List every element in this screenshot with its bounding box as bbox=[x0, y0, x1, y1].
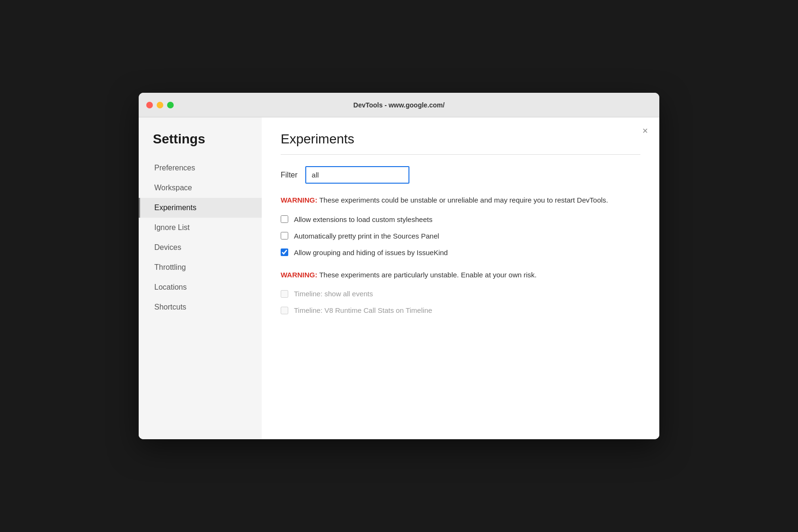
sidebar-item-locations[interactable]: Locations bbox=[139, 277, 262, 297]
sidebar-item-preferences[interactable]: Preferences bbox=[139, 158, 262, 178]
sidebar-item-throttling[interactable]: Throttling bbox=[139, 257, 262, 277]
checkbox-timeline-events: Timeline: show all events bbox=[281, 290, 640, 298]
checkbox-timeline-events-input[interactable] bbox=[281, 290, 288, 298]
panel-close-button[interactable]: × bbox=[642, 126, 648, 135]
sidebar-nav: Preferences Workspace Experiments Ignore… bbox=[139, 158, 262, 317]
sidebar-item-experiments[interactable]: Experiments bbox=[139, 198, 262, 218]
warning-message-1: These experiments could be unstable or u… bbox=[318, 196, 608, 204]
sidebar: Settings Preferences Workspace Experimen… bbox=[139, 117, 262, 439]
checkbox-allow-extensions-input[interactable] bbox=[281, 215, 288, 223]
checkbox-auto-pretty-print: Automatically pretty print in the Source… bbox=[281, 232, 640, 240]
warning-text-2: WARNING: These experiments are particula… bbox=[281, 270, 640, 281]
warning-block-2: WARNING: These experiments are particula… bbox=[281, 270, 640, 281]
checkbox-timeline-v8: Timeline: V8 Runtime Call Stats on Timel… bbox=[281, 306, 640, 314]
filter-input[interactable] bbox=[305, 166, 409, 184]
close-button[interactable] bbox=[146, 102, 153, 108]
checkbox-allow-extensions: Allow extensions to load custom styleshe… bbox=[281, 215, 640, 223]
filter-label: Filter bbox=[281, 171, 298, 179]
warning-label-2: WARNING: bbox=[281, 271, 318, 279]
sidebar-item-ignore-list[interactable]: Ignore List bbox=[139, 218, 262, 238]
warning-message-2: These experiments are particularly unsta… bbox=[318, 271, 537, 279]
devtools-window: DevTools - www.google.com/ Settings Pref… bbox=[139, 93, 659, 439]
sidebar-item-devices[interactable]: Devices bbox=[139, 238, 262, 257]
sidebar-item-workspace[interactable]: Workspace bbox=[139, 178, 262, 198]
warning-text-1: WARNING: These experiments could be unst… bbox=[281, 195, 640, 206]
main-panel: × Experiments Filter WARNING: These expe… bbox=[262, 117, 659, 439]
warning-block-1: WARNING: These experiments could be unst… bbox=[281, 195, 640, 206]
checkbox-auto-pretty-print-label[interactable]: Automatically pretty print in the Source… bbox=[294, 232, 439, 240]
page-title: Experiments bbox=[281, 132, 640, 147]
checkbox-timeline-v8-input[interactable] bbox=[281, 307, 288, 314]
titlebar: DevTools - www.google.com/ bbox=[139, 93, 659, 117]
checkbox-timeline-v8-label[interactable]: Timeline: V8 Runtime Call Stats on Timel… bbox=[294, 306, 432, 314]
checkbox-auto-pretty-print-input[interactable] bbox=[281, 232, 288, 239]
warning-label-1: WARNING: bbox=[281, 196, 318, 204]
window-title: DevTools - www.google.com/ bbox=[354, 101, 445, 109]
checkbox-allow-grouping-label[interactable]: Allow grouping and hiding of issues by I… bbox=[294, 248, 448, 257]
window-content: Settings Preferences Workspace Experimen… bbox=[139, 117, 659, 439]
checkbox-allow-grouping: Allow grouping and hiding of issues by I… bbox=[281, 248, 640, 257]
window-controls bbox=[146, 102, 174, 108]
checkbox-allow-grouping-input[interactable] bbox=[281, 248, 288, 256]
settings-heading: Settings bbox=[139, 132, 262, 147]
checkbox-timeline-events-label[interactable]: Timeline: show all events bbox=[294, 290, 373, 298]
checkbox-allow-extensions-label[interactable]: Allow extensions to load custom styleshe… bbox=[294, 215, 433, 223]
filter-row: Filter bbox=[281, 166, 640, 184]
minimize-button[interactable] bbox=[157, 102, 163, 108]
sidebar-item-shortcuts[interactable]: Shortcuts bbox=[139, 297, 262, 317]
title-divider bbox=[281, 154, 640, 155]
maximize-button[interactable] bbox=[167, 102, 174, 108]
